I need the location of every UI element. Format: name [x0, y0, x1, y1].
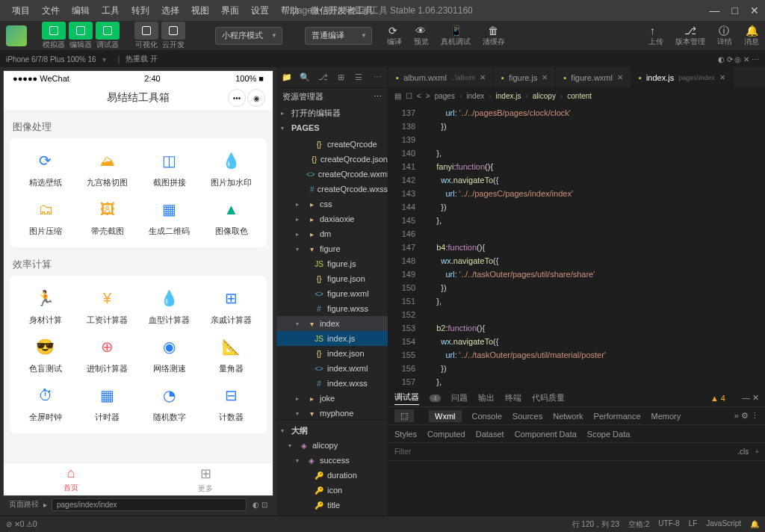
tree-item[interactable]: ▸▸dm [276, 226, 388, 241]
cloud-toggle[interactable] [161, 22, 185, 40]
warning-icon[interactable]: ⊘ ✕0 ⚠0 [6, 520, 37, 528]
debug-subtab2[interactable]: Computed [427, 430, 465, 439]
tool-item[interactable]: ▦计时器 [78, 383, 137, 423]
menu-icon[interactable]: ••• [228, 89, 246, 107]
compile-dropdown[interactable]: 普通编译 [305, 27, 372, 45]
visual-toggle[interactable] [134, 22, 158, 40]
tree-item[interactable]: ▾▾index [276, 316, 388, 331]
toolbar-action[interactable]: ⟳编译 [387, 25, 402, 47]
menu-item[interactable]: 设置 [245, 1, 275, 20]
bookmark-icon[interactable]: ☐ [406, 92, 412, 100]
editor-tab[interactable]: ▪figure.js✕ [494, 67, 556, 87]
close-tab-icon[interactable]: ✕ [480, 73, 486, 81]
tool-item[interactable]: 🗂图片压缩 [16, 197, 75, 237]
menu-item[interactable]: 编辑 [66, 1, 96, 20]
debug-subtab2[interactable]: Dataset [476, 430, 504, 439]
tree-item[interactable]: JSfigure.js [276, 256, 388, 271]
tool-item[interactable]: ⛰九宫格切图 [78, 149, 137, 188]
pages-section[interactable]: ▾PAGES [276, 120, 388, 135]
cls-toggle[interactable]: .cls [737, 448, 749, 456]
outline-item[interactable]: 🔑title [276, 498, 388, 513]
outline-item[interactable]: 🔑duration [276, 468, 388, 483]
outline-item[interactable]: ▾◈success [276, 453, 388, 468]
close-mp-icon[interactable]: ◉ [247, 89, 265, 107]
debug-tab[interactable]: 代码质量 [532, 392, 565, 403]
editor-tab[interactable]: ▪album.wxml..\album✕ [388, 67, 494, 87]
tool-item[interactable]: ⏱全屏时钟 [16, 383, 75, 423]
tool-item[interactable]: 😎色盲测试 [16, 335, 75, 374]
more-icon[interactable]: ⋯ [371, 72, 383, 84]
tool-item[interactable]: 📐量角器 [202, 335, 261, 374]
simulator-toggle[interactable] [42, 22, 66, 40]
menu-item[interactable]: 选择 [155, 1, 185, 20]
editor-tab[interactable]: ▪index.jspages\index✕ [631, 67, 734, 87]
tree-item[interactable]: ▾▾figure [276, 241, 388, 256]
tool-item[interactable]: ◔随机数字 [140, 383, 199, 423]
maximize-icon[interactable]: □ [732, 4, 738, 16]
toolbar-action[interactable]: 🗑清缓存 [483, 25, 505, 47]
tree-item[interactable]: ▸▸joke [276, 391, 388, 406]
files-icon[interactable]: 📁 [281, 72, 293, 84]
debug-subtab2[interactable]: Component Data [515, 430, 577, 439]
toolbar-right-action[interactable]: ⓘ详情 [717, 25, 732, 47]
debug-subtab[interactable]: Memory [651, 412, 681, 421]
tool-item[interactable]: ¥工资计算器 [78, 286, 137, 326]
breadcrumb-item[interactable]: content [567, 92, 592, 100]
debug-subtab[interactable]: Performance [594, 412, 641, 421]
tree-item[interactable]: <>figure.wxml [276, 286, 388, 301]
tree-item[interactable]: ▸▸daxiaoxie [276, 211, 388, 226]
tree-item[interactable]: <>index.wxml [276, 361, 388, 376]
tool-item[interactable]: 💧图片加水印 [202, 149, 261, 188]
toolbar-action[interactable]: 📱真机调试 [441, 25, 471, 47]
close-tab-icon[interactable]: ✕ [617, 73, 623, 81]
editor-toggle[interactable] [69, 22, 93, 40]
breadcrumb-item[interactable]: index [466, 92, 484, 100]
close-icon[interactable]: ✕ [750, 4, 759, 16]
debug-tab[interactable]: 问题 [451, 392, 468, 403]
toolbar-action[interactable]: 👁预览 [414, 25, 429, 47]
debug-subtab2[interactable]: Styles [394, 430, 417, 439]
tree-item[interactable]: #index.wxss [276, 376, 388, 391]
open-editors-section[interactable]: ▸打开的编辑器 [276, 105, 388, 120]
tool-item[interactable]: 🏃身材计算 [16, 286, 75, 326]
tool-item[interactable]: ⊕进制计算器 [78, 335, 137, 374]
menu-item[interactable]: 视图 [185, 1, 215, 20]
nav-back-icon[interactable]: < [417, 92, 421, 100]
nav-fwd-icon[interactable]: > [426, 92, 430, 100]
status-item[interactable]: LF [689, 519, 698, 530]
tool-item[interactable]: ▦生成二维码 [140, 197, 199, 237]
outline-item[interactable]: 🔑icon [276, 483, 388, 498]
menu-item[interactable]: 文件 [36, 1, 66, 20]
debug-subtab[interactable]: Sources [512, 412, 542, 421]
tab-more[interactable]: ⊞更多 [138, 463, 273, 495]
debug-subtab2[interactable]: Scope Data [587, 430, 630, 439]
status-item[interactable]: 行 120，列 23 [572, 519, 619, 530]
debug-subtab[interactable]: Console [472, 412, 502, 421]
toolbar-right-action[interactable]: ↑上传 [648, 25, 663, 47]
tree-item[interactable]: {}createQrcode [276, 137, 388, 152]
device-label[interactable]: iPhone 6/7/8 Plus 100% 16 [6, 55, 96, 64]
tree-item[interactable]: <>createQrcode.wxml [276, 167, 388, 182]
search-icon[interactable]: 🔍 [299, 72, 311, 84]
menu-item[interactable]: 界面 [215, 1, 245, 20]
outline-item[interactable]: ▾◈alicopy [276, 438, 388, 453]
tool-item[interactable]: ⟳精选壁纸 [16, 149, 75, 188]
git-icon[interactable]: ⎇ [317, 72, 329, 84]
tool-item[interactable]: ⊟计数器 [202, 383, 261, 423]
tree-item[interactable]: {}index.json [276, 346, 388, 361]
tool-item[interactable]: ◉网络测速 [140, 335, 199, 374]
warning-badge[interactable]: ▲ 4 [710, 394, 725, 403]
tree-item[interactable]: ▸▸css [276, 197, 388, 211]
editor-tab[interactable]: ▪figure.wxml✕ [556, 67, 631, 87]
toolbar-right-action[interactable]: ⎇版本管理 [675, 25, 705, 47]
bookmark-icon[interactable]: ▤ [394, 92, 401, 100]
debug-tab[interactable]: 终端 [505, 392, 521, 403]
debug-subtab[interactable]: Wxml [429, 410, 462, 422]
toolbar-right-action[interactable]: 🔔消息 [744, 25, 759, 47]
outline-header[interactable]: ▾大纲 [276, 423, 388, 438]
ext-icon[interactable]: ⊞ [335, 72, 347, 84]
menu-item[interactable]: 转到 [126, 1, 155, 20]
notification-icon[interactable]: 🔔 [750, 520, 759, 528]
tool-item[interactable]: ⊞亲戚计算器 [202, 286, 261, 326]
tree-item[interactable]: JSindex.js [276, 331, 388, 346]
